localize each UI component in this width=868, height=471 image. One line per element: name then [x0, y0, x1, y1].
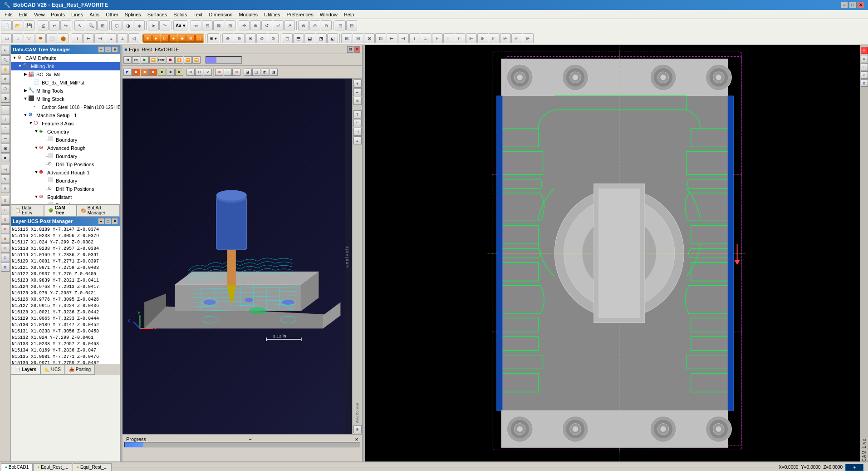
left-tb-dim[interactable]: ⊣ [1, 165, 10, 174]
tb-cyl[interactable]: ⬬ [35, 33, 46, 43]
tb-undo[interactable]: ↩ [49, 20, 60, 30]
tb-misc17[interactable]: ⊮ [523, 33, 534, 43]
live-btn-5[interactable]: ⊗ [861, 79, 868, 87]
bobcad-tab-2[interactable]: ● Equi_Rest_... [33, 463, 72, 471]
left-tb-rotate[interactable]: ↺ [1, 74, 10, 84]
tree-item-geometry[interactable]: ▼ ◈ Geometry [11, 128, 120, 136]
tb-curve[interactable]: 〜 [159, 20, 170, 30]
view-opt-1[interactable]: ⊛ [186, 69, 195, 76]
progress-close[interactable]: ✕ [355, 437, 358, 442]
menu-other[interactable]: Other [103, 11, 121, 18]
tree-item-adv-rough-1[interactable]: ▼ ⊗ Advanced Rough 1 [11, 169, 120, 177]
tb-misc9[interactable]: ⊦ [432, 33, 443, 43]
tb-snap2[interactable]: ⊛ [309, 20, 320, 30]
sim-step-back[interactable]: ⏭ [132, 56, 140, 64]
expand-milling-job[interactable]: ▼ [17, 64, 23, 69]
maximize-button[interactable]: □ [849, 2, 856, 8]
tb-sphere[interactable]: ⬤ [58, 33, 69, 43]
expand-feature-3axis[interactable]: ▼ [28, 121, 34, 126]
view-cut-4[interactable]: ◨ [270, 69, 278, 76]
tree-item-cam-defaults[interactable]: ▼ ⚙ CAM Defaults [11, 54, 120, 62]
view-opt-3[interactable]: ⊘ [204, 69, 212, 76]
layer-panel-close[interactable]: ✕ [112, 218, 118, 224]
expand-bc3x[interactable]: ▶ [23, 72, 28, 77]
menu-points[interactable]: Points [48, 11, 68, 18]
cam-tree-minimize[interactable]: − [98, 46, 104, 53]
left-tb-del[interactable]: ✕ [1, 184, 10, 193]
tb-misc10[interactable]: ⊧ [443, 33, 454, 43]
tb-save[interactable]: 💾 [24, 20, 34, 30]
tab-posting[interactable]: 📤 Posting [65, 364, 95, 375]
tb-misc8[interactable]: ⊥ [421, 33, 432, 43]
left-tb-select[interactable]: ↖ [1, 46, 10, 55]
menu-solids[interactable]: Solids [171, 11, 190, 18]
view-cam-2[interactable]: ⊖ [224, 69, 232, 76]
cad-viewport[interactable] [365, 45, 860, 461]
tb-zoom-box[interactable]: 🔍 [86, 20, 97, 30]
tb-misc5[interactable]: ⊢ [387, 33, 397, 43]
tb-view1[interactable]: ⊡ [335, 20, 346, 30]
sim-speed-up[interactable]: ⏫ [175, 56, 183, 64]
tb-misc13[interactable]: ⊪ [477, 33, 488, 43]
left-tb-cam2[interactable]: ⊙ [1, 205, 10, 214]
sim-ff[interactable]: ⏩ [184, 56, 192, 64]
tree-item-mill-tools[interactable]: ▶ 🔧 Milling Tools [11, 87, 120, 95]
tree-item-boundary-1[interactable]: └ ⬜ Boundary [11, 136, 120, 144]
menu-dimension[interactable]: Dimension [206, 11, 235, 18]
tree-item-equidistant[interactable]: ▼ ⊗ Equidistant [11, 193, 120, 201]
view-top-left[interactable]: ◤ [123, 69, 132, 76]
cam-btn5[interactable]: ◉ [178, 35, 186, 42]
layer-panel-float[interactable]: □ [105, 218, 111, 224]
menu-edit[interactable]: Edit [16, 11, 30, 18]
menu-window[interactable]: Window [317, 11, 340, 18]
cam-viewport-close[interactable]: ✕ [354, 46, 360, 53]
live-btn-2[interactable]: ⊛ [861, 55, 868, 62]
left-tb-arc[interactable]: ⌒ [1, 124, 10, 134]
sim-progress-mini[interactable] [206, 56, 242, 64]
tb-misc6[interactable]: ⊣ [398, 33, 409, 43]
menu-arcs[interactable]: Arcs [87, 11, 102, 18]
tb-xform4[interactable]: ⇌ [273, 20, 284, 30]
cam-btn1[interactable]: ⊛ [143, 35, 152, 42]
left-tb-cam8[interactable]: ⊠ [1, 263, 10, 272]
tb-back[interactable]: ⊥ [117, 33, 128, 43]
tb-print[interactable]: 🖨 [38, 20, 49, 30]
left-tb-line[interactable]: / [1, 115, 10, 124]
expand-mill-tools[interactable]: ▶ [23, 88, 28, 94]
menu-view[interactable]: View [31, 11, 48, 18]
expand-geometry[interactable]: ▼ [34, 129, 39, 134]
left-tb-cam5[interactable]: ⊕ [1, 234, 10, 243]
menu-help[interactable]: Help [341, 11, 357, 18]
tb-edit1[interactable]: ⊕ [222, 33, 233, 43]
tb-xform3[interactable]: ↺ [261, 20, 272, 30]
expand-boundary-1[interactable] [39, 137, 44, 143]
tb-edit4[interactable]: ⊘ [256, 33, 267, 43]
tab-ucs[interactable]: 📐 UCS [40, 364, 65, 375]
tb-misc11[interactable]: ⊨ [455, 33, 466, 43]
minimize-button[interactable]: − [841, 2, 848, 8]
left-tb-point[interactable]: · [1, 105, 10, 114]
cam-btn2[interactable]: ▶ [152, 35, 160, 42]
tree-item-adv-rough[interactable]: ▼ ⊗ Advanced Rough [11, 144, 120, 152]
live-btn-1[interactable]: ✕ [861, 47, 868, 54]
left-tb-note[interactable]: ✎ [1, 174, 10, 183]
tab-layers[interactable]: 📑 Layers [11, 364, 40, 375]
cam-viewport-restore[interactable]: ⊟ [347, 46, 353, 53]
view-cube-4[interactable]: ■ [158, 69, 166, 76]
sim-zoom-out[interactable]: − [353, 88, 362, 96]
expand-machine-setup[interactable]: ▼ [23, 113, 28, 118]
tb-misc7[interactable]: ⊤ [409, 33, 420, 43]
expand-bc3x-pst[interactable] [28, 80, 34, 85]
left-tb-wire[interactable]: ⬡ [1, 84, 10, 93]
tb-view7[interactable]: ⬕ [327, 33, 338, 43]
tb-zoom-ext[interactable]: ⊞ [97, 20, 108, 30]
view-cube-2[interactable]: ■ [141, 69, 149, 76]
view-cube-6[interactable]: ■ [175, 69, 183, 76]
tb-circle[interactable]: ○ [12, 33, 23, 43]
tb-right[interactable]: ⊣ [94, 33, 105, 43]
expand-mill-stock[interactable]: ▼ [23, 96, 28, 102]
expand-adv-rough[interactable]: ▼ [34, 145, 39, 151]
left-tb-cam1[interactable]: ⊛ [1, 196, 10, 205]
tb-rect[interactable]: ▭ [1, 33, 12, 43]
tree-item-bc3x[interactable]: ▶ 🏭 BC_3x_Mill [11, 70, 120, 79]
